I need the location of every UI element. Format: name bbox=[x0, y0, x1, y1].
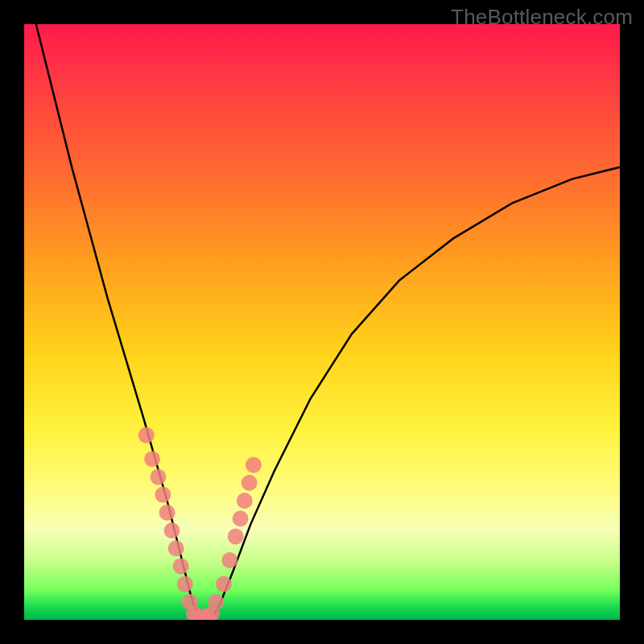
marker-point bbox=[155, 487, 171, 503]
marker-point bbox=[168, 540, 184, 556]
plot-area bbox=[24, 24, 620, 620]
chart-frame: TheBottleneck.com bbox=[0, 0, 644, 644]
marker-point bbox=[237, 493, 253, 509]
marker-point bbox=[246, 457, 262, 473]
marker-point bbox=[228, 528, 244, 544]
marker-point bbox=[164, 522, 180, 539]
chart-svg bbox=[24, 24, 620, 620]
marker-point bbox=[151, 469, 167, 485]
marker-point bbox=[216, 576, 232, 592]
marker-point bbox=[221, 552, 237, 568]
marker-point bbox=[208, 594, 224, 610]
bottleneck-curve bbox=[36, 24, 620, 620]
marker-group bbox=[138, 427, 262, 620]
marker-point bbox=[233, 510, 249, 526]
marker-point bbox=[138, 427, 155, 444]
marker-point bbox=[144, 451, 160, 467]
marker-point bbox=[177, 576, 193, 592]
marker-point bbox=[242, 475, 258, 491]
marker-point bbox=[159, 505, 175, 521]
marker-point bbox=[173, 558, 189, 574]
